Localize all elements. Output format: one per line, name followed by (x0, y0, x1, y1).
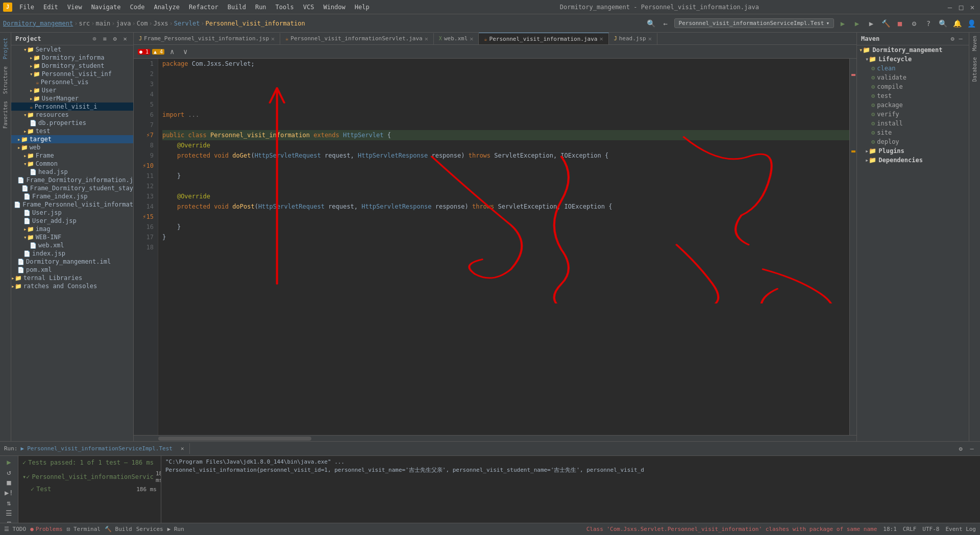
tree-resources[interactable]: ▾📁 resources (11, 111, 133, 119)
horizontal-scrollbar[interactable] (134, 435, 856, 441)
maven-deploy[interactable]: ⚙ deploy (857, 137, 969, 146)
maven-verify[interactable]: ⚙ verify (857, 110, 969, 119)
run-button[interactable]: ▶ (837, 18, 848, 29)
tree-head-jsp[interactable]: 📄 head.jsp (11, 168, 133, 176)
rerun-button[interactable]: ↺ (4, 468, 15, 476)
tree-web[interactable]: ▸📁 web (11, 143, 133, 151)
rvtab-database[interactable]: Database (970, 54, 979, 85)
tree-pom[interactable]: 📄 pom.xml (11, 266, 133, 274)
vtab-project[interactable]: Project (1, 35, 10, 62)
tree-frame-index[interactable]: 📄 Frame_index.jsp (11, 192, 133, 200)
close-tab-icon[interactable]: ✕ (271, 35, 275, 42)
tree-test[interactable]: ▸📁 test (11, 127, 133, 135)
menu-refactor[interactable]: Refactor (185, 3, 223, 12)
tree-frame-dormitory-info[interactable]: 📄 Frame_Dormitory_information.j (11, 176, 133, 184)
tree-scratches[interactable]: ▸📁 ratches and Consoles (11, 282, 133, 290)
maven-project[interactable]: ▾📁 Dormitory_mangement (857, 45, 969, 55)
encoding-indicator[interactable]: UTF-8 (922, 526, 939, 532)
tab-personnel-servlet[interactable]: ☕ Personnel_visit_informationServlet.jav… (280, 33, 434, 44)
vtab-structure[interactable]: Structure (1, 63, 10, 97)
line-sep-indicator[interactable]: CRLF (903, 526, 917, 532)
tree-frame-personnel[interactable]: 📄 Frame_Personnel_visit_informat (11, 200, 133, 209)
maven-package[interactable]: ⚙ package (857, 100, 969, 110)
breadcrumb-class[interactable]: Personnel_visit_information (206, 20, 305, 27)
tab-web-xml[interactable]: X web.xml ✕ (434, 33, 479, 44)
tree-index-jsp[interactable]: 📄 index.jsp (11, 249, 133, 258)
filter-button[interactable]: ☰ (4, 509, 15, 517)
sidebar-sync-icon[interactable]: ⊙ (90, 35, 99, 43)
tree-user-add-jsp[interactable]: 📄 User_add.jsp (11, 217, 133, 225)
tree-target[interactable]: ▸📁 target (11, 135, 133, 143)
help-button[interactable]: ? (923, 18, 934, 29)
tree-frame-dormitory-student[interactable]: 📄 Frame_Dormitory_student_stay (11, 184, 133, 192)
close-tab-icon[interactable]: ✕ (425, 35, 428, 42)
build-bottom-label[interactable]: 🔨 Build (105, 526, 132, 532)
tree-servlet[interactable]: ▾📁 Servlet (11, 45, 133, 54)
event-log-label[interactable]: Event Log (945, 526, 976, 532)
close-tab-icon[interactable]: ✕ (648, 35, 652, 42)
run-config-selector[interactable]: Personnel_visit_informationServiceImpl.T… (674, 18, 834, 28)
maven-test[interactable]: ⚙ test (857, 91, 969, 100)
sidebar-collapse-icon[interactable]: ≡ (101, 35, 109, 43)
tree-dormitory-student[interactable]: ▸📁 Dormitory_student (11, 62, 133, 70)
tab-frame-personnel[interactable]: J Frame_Personnel_visit_information.jsp … (134, 33, 280, 44)
maven-install[interactable]: ⚙ install (857, 119, 969, 128)
coverage-button[interactable]: ▶ (866, 18, 877, 29)
tab-head-jsp[interactable]: J head.jsp ✕ (609, 33, 657, 44)
breadcrumb-com[interactable]: Com (137, 20, 148, 27)
stop-run-button[interactable]: ■ (4, 478, 15, 487)
maven-settings-icon[interactable]: ⚙ (948, 35, 957, 43)
settings-button[interactable]: ⚙ (909, 18, 920, 29)
expand-button[interactable]: ⊞ (4, 519, 15, 523)
menu-run[interactable]: Run (251, 3, 271, 12)
tree-common[interactable]: ▾📁 Common (11, 160, 133, 168)
breadcrumb-jsxs[interactable]: Jsxs (154, 20, 168, 27)
menu-analyze[interactable]: Analyze (150, 3, 184, 12)
rerun-failed-button[interactable]: ▶! (4, 489, 15, 497)
menu-file[interactable]: File (15, 3, 38, 12)
menu-view[interactable]: View (63, 3, 86, 12)
menu-vcs[interactable]: VCS (299, 3, 318, 12)
problems-label[interactable]: ● Problems (30, 526, 63, 532)
run-again-button[interactable]: ▶ (4, 458, 15, 466)
maven-plugins[interactable]: ▸📁 Plugins (857, 146, 969, 156)
nav-up-icon[interactable]: ∧ (166, 46, 178, 57)
search-everywhere[interactable]: 🔍 (937, 18, 948, 29)
run-bottom-label[interactable]: ▶ Run (167, 526, 184, 532)
tree-dormitory-info[interactable]: ▸📁 Dormitory_informa (11, 54, 133, 62)
minimize-button[interactable]: — (945, 3, 954, 12)
tree-frame[interactable]: ▸📁 Frame (11, 151, 133, 160)
menu-build[interactable]: Build (224, 3, 250, 12)
menu-window[interactable]: Window (319, 3, 349, 12)
maven-clean[interactable]: ⚙ clean (857, 64, 969, 73)
maven-hide-icon[interactable]: — (957, 35, 965, 43)
menu-help[interactable]: Help (351, 3, 374, 12)
tree-personnel-folder[interactable]: ▾📁 Personnel_visit_inf (11, 70, 133, 78)
terminal-label[interactable]: ⊡ Terminal (67, 526, 101, 532)
sidebar-hide-icon[interactable]: ✕ (121, 35, 129, 43)
tree-personnel-visit-java[interactable]: ☕ Personnel_visit_i (11, 103, 133, 111)
tree-db-properties[interactable]: 📄 db.properties (11, 119, 133, 127)
sort-button[interactable]: ⇅ (4, 499, 15, 507)
build-button[interactable]: 🔨 (880, 18, 891, 29)
tab-personnel-java[interactable]: ☕ Personnel_visit_information.java ✕ (479, 33, 608, 44)
menu-code[interactable]: Code (126, 3, 149, 12)
rvtab-maven[interactable]: Maven (970, 33, 979, 54)
tree-web-xml[interactable]: 📄 web.xml (11, 241, 133, 249)
test-item-service[interactable]: ▾✓ Personnel_visit_informationServic 186… (18, 469, 161, 485)
close-run-icon[interactable]: ✕ (176, 443, 190, 454)
tree-iml[interactable]: 📄 Dormitory_mangement.iml (11, 258, 133, 266)
close-button[interactable]: ✕ (968, 3, 977, 12)
maven-validate[interactable]: ⚙ validate (857, 73, 969, 82)
run-settings-icon[interactable]: ⚙ (957, 445, 965, 453)
back-button[interactable]: 🔍 (646, 18, 657, 29)
breadcrumb-java[interactable]: java (116, 20, 131, 27)
tree-imag[interactable]: ▸📁 imag (11, 225, 133, 233)
run-minimize-icon[interactable]: — (968, 445, 976, 453)
breadcrumb-src[interactable]: src (79, 20, 90, 27)
menu-navigate[interactable]: Navigate (87, 3, 125, 12)
sidebar-settings-icon[interactable]: ⚙ (111, 35, 119, 43)
tree-web-inf[interactable]: ▾📁 WEB-INF (11, 233, 133, 241)
tree-user[interactable]: ▸📁 User (11, 86, 133, 94)
breadcrumb-project[interactable]: Dormitory_mangement (3, 20, 73, 27)
